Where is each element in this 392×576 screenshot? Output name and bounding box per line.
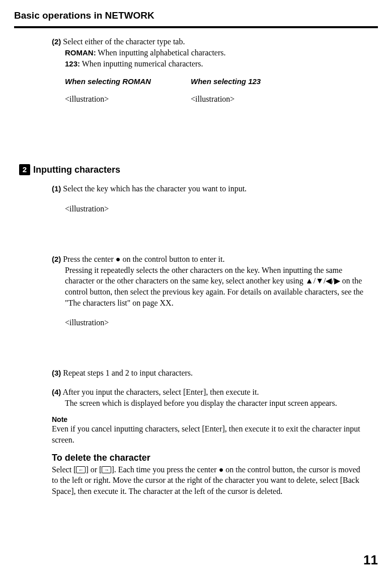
123-label: 123: bbox=[65, 59, 80, 68]
step-text: Press the center ● on the control button… bbox=[61, 255, 224, 263]
col-roman: When selecting ROMAN <illustration> bbox=[65, 77, 171, 104]
delete-body: Select [←] or [→]. Each time you press t… bbox=[52, 464, 368, 497]
step-number: (2) bbox=[52, 37, 61, 46]
s2-step2-body: Pressing it repeatedly selects the other… bbox=[65, 265, 368, 308]
s2-step1: (1) Select the key which has the charact… bbox=[52, 184, 368, 193]
roman-label: ROMAN: bbox=[65, 48, 96, 57]
roman-text: When inputting alphabetical characters. bbox=[96, 48, 226, 57]
section2-block: (1) Select the key which has the charact… bbox=[52, 184, 368, 408]
step-text: After you input the characters, select [… bbox=[61, 388, 259, 396]
illustration-placeholder: <illustration> bbox=[191, 95, 296, 104]
s2-step4-body: The screen which is displayed before you… bbox=[65, 398, 368, 409]
step-text: Select the key which has the character y… bbox=[61, 184, 247, 193]
illustration-placeholder: <illustration> bbox=[65, 203, 368, 214]
title-divider bbox=[14, 26, 378, 28]
col-123: When selecting 123 <illustration> bbox=[191, 77, 296, 104]
123-def: 123: When inputting numerical characters… bbox=[65, 58, 368, 69]
section-number-box: 2 bbox=[19, 164, 30, 175]
top-step2: (2) Select either of the character type … bbox=[52, 37, 368, 46]
s2-step4: (4) After you input the characters, sele… bbox=[52, 388, 368, 397]
section-2-header: 2 Inputting characters bbox=[19, 164, 378, 175]
section-label: Inputting characters bbox=[33, 165, 120, 175]
right-arrow-icon: → bbox=[102, 466, 111, 473]
top-block: (2) Select either of the character type … bbox=[52, 37, 368, 104]
note-label: Note bbox=[52, 415, 368, 423]
step-text: Select either of the character type tab. bbox=[61, 37, 185, 46]
note-block: Note Even if you cancel inputting charac… bbox=[52, 415, 368, 496]
page-title: Basic operations in NETWORK bbox=[14, 10, 378, 21]
step-number: (4) bbox=[52, 388, 61, 396]
note-text: Even if you cancel inputting characters,… bbox=[52, 423, 368, 445]
page-number: 11 bbox=[363, 552, 378, 568]
columns-row: When selecting ROMAN <illustration> When… bbox=[65, 77, 368, 104]
col-roman-title: When selecting ROMAN bbox=[65, 77, 171, 86]
roman-def: ROMAN: When inputting alphabetical chara… bbox=[65, 47, 368, 58]
step-text: Repeat steps 1 and 2 to input characters… bbox=[61, 369, 193, 377]
illustration-placeholder: <illustration> bbox=[65, 95, 171, 104]
col-123-title: When selecting 123 bbox=[191, 77, 296, 86]
123-text: When inputting numerical characters. bbox=[80, 59, 203, 68]
step-number: (2) bbox=[52, 255, 61, 263]
delete-mid: ] or [ bbox=[86, 465, 102, 474]
delete-pre: Select [ bbox=[52, 465, 76, 474]
s2-step2: (2) Press the center ● on the control bu… bbox=[52, 255, 368, 264]
step-number: (3) bbox=[52, 369, 61, 377]
illustration-placeholder: <illustration> bbox=[65, 317, 368, 328]
delete-heading: To delete the character bbox=[52, 453, 368, 463]
step-number: (1) bbox=[52, 184, 61, 193]
left-arrow-icon: ← bbox=[76, 466, 86, 473]
s2-step3: (3) Repeat steps 1 and 2 to input charac… bbox=[52, 369, 368, 378]
